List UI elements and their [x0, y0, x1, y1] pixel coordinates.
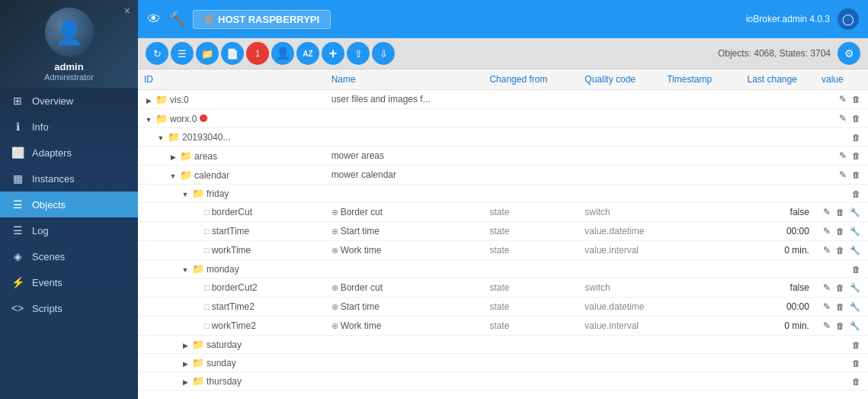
folder-icon: 📁 [155, 113, 168, 124]
row-changed-from [483, 336, 578, 354]
row-changed-from [483, 354, 578, 372]
badge-button[interactable]: 1 [246, 42, 269, 65]
expand-button[interactable]: ▼ [144, 115, 153, 124]
row-quality-code [578, 260, 661, 278]
edit-button[interactable]: ✎ [822, 282, 832, 294]
eye-icon[interactable]: 👁 [147, 11, 161, 27]
row-timestamp [661, 109, 741, 128]
row-actions: ✎🗑 [815, 90, 868, 109]
wrench-button[interactable]: 🔧 [848, 320, 862, 332]
wrench-icon[interactable]: 🔨 [168, 11, 185, 27]
wrench-button[interactable]: 🔧 [848, 245, 862, 256]
power-button[interactable]: ◯ [838, 8, 859, 30]
folder-button[interactable]: 📁 [196, 42, 219, 65]
sidebar-item-log[interactable]: ☰ Log [0, 217, 138, 243]
sidebar-label-adapters: Adapters [32, 147, 72, 159]
edit-button[interactable]: ✎ [822, 320, 832, 332]
close-icon[interactable]: × [124, 5, 130, 17]
expand-button[interactable]: ▶ [144, 96, 153, 105]
delete-button[interactable]: 🗑 [834, 282, 846, 293]
host-badge[interactable]: HOST RASPBERRYPI [193, 10, 331, 29]
wrench-button[interactable]: 🔧 [848, 207, 862, 218]
sidebar-header: × 👤 admin Administrator [0, 0, 138, 88]
log-icon: ☰ [11, 224, 24, 237]
sidebar-item-info[interactable]: ℹ Info [0, 114, 138, 140]
edit-button[interactable]: ✎ [838, 169, 848, 181]
delete-button[interactable]: 🗑 [834, 245, 846, 256]
file-icon: □ [204, 283, 210, 292]
delete-button[interactable]: 🗑 [850, 113, 862, 124]
expand-button[interactable]: ▶ [181, 378, 190, 387]
delete-button[interactable]: 🗑 [850, 132, 862, 143]
delete-button[interactable]: 🗑 [850, 94, 862, 105]
sidebar-item-objects[interactable]: ☰ Objects [0, 191, 138, 217]
delete-button[interactable]: 🗑 [850, 339, 862, 350]
delete-button[interactable]: 🗑 [850, 376, 862, 387]
row-value [741, 260, 815, 278]
sidebar-item-overview[interactable]: ⊞ Overview [0, 88, 138, 114]
wrench-button[interactable]: 🔧 [848, 282, 862, 294]
edit-button[interactable]: ✎ [838, 150, 848, 162]
sidebar-label-scenes: Scenes [32, 251, 65, 262]
row-id-text: vis.0 [170, 95, 189, 105]
row-id-text: startTime [212, 226, 250, 237]
expand-button[interactable]: ▶ [181, 359, 190, 368]
delete-button[interactable]: 🗑 [850, 264, 862, 275]
row-actions: 🗑 [815, 260, 868, 278]
expand-button[interactable]: ▶ [181, 341, 190, 350]
wrench-button[interactable]: 🔧 [848, 301, 862, 313]
row-changed-from [483, 372, 578, 391]
row-value [741, 146, 815, 166]
row-name-cell [325, 109, 484, 128]
row-timestamp [661, 317, 741, 336]
delete-button[interactable]: 🗑 [834, 207, 846, 217]
sidebar-item-adapters[interactable]: ⬜ Adapters [0, 140, 138, 166]
sidebar-item-scenes[interactable]: ◈ Scenes [0, 243, 138, 269]
table-row: ▶📁thursday🗑 [138, 372, 868, 391]
table-row: □startTime⊕Start timestatevalue.datetime… [138, 222, 868, 241]
refresh-button[interactable]: ↻ [146, 42, 168, 65]
edit-button[interactable]: ✎ [838, 93, 848, 105]
row-timestamp [661, 354, 741, 372]
edit-button[interactable]: ✎ [822, 206, 832, 218]
expand-button[interactable]: ▶ [168, 153, 178, 162]
delete-button[interactable]: 🗑 [850, 358, 862, 368]
scripts-icon: <> [11, 302, 24, 314]
row-timestamp [661, 128, 741, 146]
row-id-text: monday [207, 264, 239, 275]
sidebar-item-events[interactable]: ⚡ Events [0, 269, 138, 295]
edit-button[interactable]: ✎ [822, 244, 832, 256]
row-quality-code: value.interval [578, 317, 661, 336]
edit-button[interactable]: ✎ [838, 112, 848, 124]
wrench-button[interactable]: 🔧 [848, 226, 862, 237]
row-name-text: Work time [341, 320, 382, 331]
download-button[interactable]: ⇩ [372, 42, 395, 65]
row-id-text: workTime [212, 245, 251, 256]
delete-button[interactable]: 🗑 [850, 169, 862, 180]
row-value [741, 166, 815, 185]
edit-button[interactable]: ✎ [822, 301, 832, 313]
upload-button[interactable]: ⇧ [347, 42, 370, 65]
sidebar-item-instances[interactable]: ▦ Instances [0, 166, 138, 191]
host-status-dot [204, 14, 213, 24]
delete-button[interactable]: 🗑 [850, 188, 862, 199]
user-button[interactable]: 👤 [271, 42, 294, 65]
sidebar-item-scripts[interactable]: <> Scripts [0, 295, 138, 321]
row-changed-from: state [483, 222, 578, 241]
expand-button[interactable]: ▼ [168, 172, 178, 181]
row-name-cell: ⊕Work time [325, 317, 484, 336]
expand-button[interactable]: ▼ [181, 190, 190, 199]
delete-button[interactable]: 🗑 [834, 320, 846, 331]
file-button[interactable]: 📄 [221, 42, 244, 65]
edit-button[interactable]: ✎ [822, 225, 832, 237]
az-sort-button[interactable]: AZ [296, 42, 319, 65]
expand-button[interactable]: ▼ [156, 134, 165, 143]
settings-button[interactable]: ⚙ [838, 42, 860, 65]
col-header-id: ID [138, 69, 325, 90]
add-button[interactable]: + [322, 42, 344, 65]
expand-button[interactable]: ▼ [181, 265, 190, 275]
delete-button[interactable]: 🗑 [834, 226, 846, 237]
delete-button[interactable]: 🗑 [834, 301, 846, 312]
list-view-button[interactable]: ☰ [171, 42, 194, 65]
delete-button[interactable]: 🗑 [850, 150, 862, 161]
